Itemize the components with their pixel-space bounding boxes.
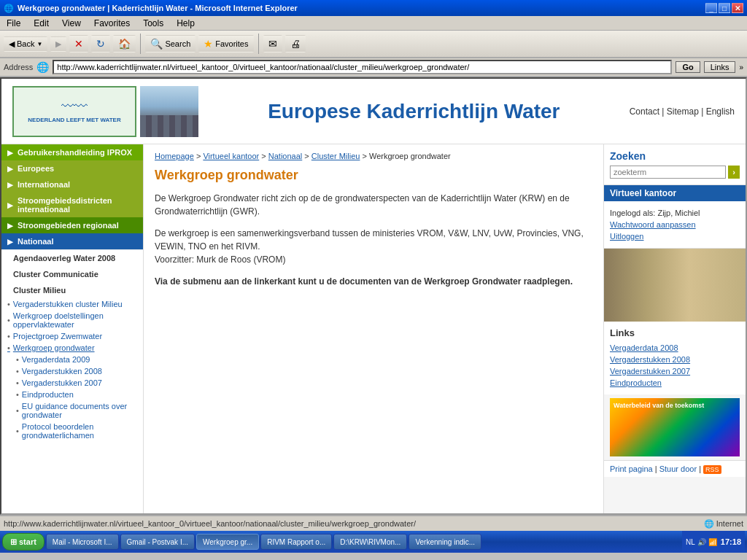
main-content: Homepage > Virtueel kantoor > Nationaal … (144, 144, 603, 513)
sitemap-link[interactable]: Sitemap (667, 106, 699, 117)
menu-edit[interactable]: Edit (31, 18, 52, 29)
link-vergaderstukken-2008-sub[interactable]: Vergaderstukken 2008 (16, 365, 137, 377)
sub-items-section: Agendaoverleg Water 2008 Cluster Communi… (1, 250, 143, 445)
arrow-icon-2: ▶ (7, 165, 13, 173)
link-werkgroep-doelstellingen[interactable]: Werkgroep doelstellingen oppervlaktewate… (7, 310, 137, 330)
link-vergaderstukken-cluster[interactable]: Vergaderstukken cluster Milieu (7, 298, 137, 310)
link-eindproducten-right[interactable]: Eindproducten (610, 377, 740, 389)
link-vergaderstukken-2008-right[interactable]: Vergaderstukken 2008 (610, 354, 740, 365)
stuur-door-link[interactable]: Stuur door (659, 464, 697, 473)
arrow-icon-5: ▶ (7, 222, 13, 230)
search-button[interactable]: 🔍 Search (145, 35, 196, 52)
address-icon: 🌐 (36, 61, 49, 73)
separator-2 (258, 34, 259, 54)
minimize-button[interactable]: _ (705, 3, 717, 13)
start-button[interactable]: ⊞ start (2, 533, 44, 551)
colorful-banner: Waterbeleid van de toekomst (610, 398, 740, 456)
arrow-icon: ▶ (7, 149, 13, 157)
nav-stroomgebieden[interactable]: ▶ Stroomgebieden regionaal (1, 217, 143, 233)
task-werkgroep[interactable]: Werkgroep gr... (196, 534, 259, 550)
header-image (140, 86, 198, 137)
taskbar-right: NL 🔊 📶 17:18 (682, 531, 745, 553)
links-arrow-icon: » (739, 63, 743, 71)
clock: 17:18 (721, 537, 741, 546)
cluster-comm-title[interactable]: Cluster Communicatie (7, 266, 137, 282)
go-button[interactable]: Go (676, 61, 700, 73)
breadcrumb-virtueel[interactable]: Virtueel kantoor (203, 152, 259, 160)
favorites-button[interactable]: ★ Favorites (198, 35, 253, 52)
logout-link[interactable]: Uitloggen (610, 230, 740, 242)
print-pagina-link[interactable]: Print pagina (610, 464, 653, 473)
print-button[interactable]: 🖨 (285, 35, 306, 52)
header-links: Contact | Sitemap | English (630, 106, 735, 117)
windows-icon: ⊞ (10, 537, 17, 547)
arrow-icon-3: ▶ (7, 181, 13, 189)
link-werkgroep-grondwater-active[interactable]: Werkgroep grondwater (7, 342, 137, 354)
forward-icon: ▶ (55, 39, 61, 49)
english-link[interactable]: English (706, 106, 735, 117)
taskbar: ⊞ start Mail - Microsoft I... Gmail - Po… (0, 531, 747, 553)
nav-internationaal[interactable]: ▶ Internationaal (1, 176, 143, 192)
links-button[interactable]: Links (704, 61, 736, 73)
sidebar-photo (604, 249, 746, 322)
toolbar: ◀ Back ▼ ▶ ✕ ↻ 🏠 🔍 Search ★ Favorites ✉ … (0, 31, 747, 58)
link-vergaderdata-2009[interactable]: Vergaderdata 2009 (16, 354, 137, 365)
taskbar-tasks: Mail - Microsoft I... Gmail - Postvak I.… (46, 534, 481, 550)
link-protocol[interactable]: Protocol beoordelen grondwaterlichamen (16, 421, 137, 441)
stop-button[interactable]: ✕ (69, 35, 88, 52)
link-eu-guidance[interactable]: EU guidance documents over grondwater (16, 400, 137, 421)
window-icon: 🌐 (4, 4, 14, 13)
nav-nationaal[interactable]: ▶ Nationaal (1, 233, 143, 249)
breadcrumb-nationaal[interactable]: Nationaal (268, 152, 302, 160)
menu-file[interactable]: File (4, 18, 23, 29)
link-vergaderdata-2008[interactable]: Vergaderdata 2008 (610, 342, 740, 354)
page-title: Werkgroep grondwater (155, 168, 592, 183)
content-paragraph-1: De Werkgroep Grondwater richt zich op de… (155, 192, 592, 218)
task-mail[interactable]: Mail - Microsoft I... (46, 534, 119, 550)
nav-stroomgebiedsdistricten[interactable]: ▶ Stroomgebiedsdistricten internationaal (1, 192, 143, 217)
task-rivm[interactable]: RIVM Rapport o... (260, 534, 332, 550)
lang-indicator: NL (686, 538, 695, 546)
change-password-link[interactable]: Wachtwoord aanpassen (610, 219, 740, 230)
back-button[interactable]: ◀ Back ▼ (4, 36, 47, 52)
refresh-button[interactable]: ↻ (91, 35, 110, 52)
speaker-icon[interactable]: 🔊 (697, 538, 706, 546)
rss-icon[interactable]: RSS (703, 465, 721, 474)
star-icon: ★ (204, 38, 213, 50)
menu-help[interactable]: Help (174, 18, 198, 29)
mail-button[interactable]: ✉ (263, 35, 282, 52)
task-gmail[interactable]: Gmail - Postvak I... (120, 534, 195, 550)
maximize-button[interactable]: □ (719, 3, 730, 13)
nav-europees[interactable]: ▶ Europees (1, 160, 143, 176)
menu-favorites[interactable]: Favorites (91, 18, 133, 29)
link-vergaderstukken-2007-right[interactable]: Vergaderstukken 2007 (610, 365, 740, 377)
task-krw[interactable]: D:\KRW\RIVMon... (333, 534, 407, 550)
breadcrumb-cluster[interactable]: Cluster Milieu (311, 152, 360, 160)
search-button-right[interactable]: › (728, 166, 740, 179)
address-input[interactable] (53, 60, 672, 74)
breadcrumb-home[interactable]: Homepage (155, 152, 194, 160)
menu-view[interactable]: View (59, 18, 84, 29)
forward-button[interactable]: ▶ (50, 36, 66, 52)
site-header: 〰〰 Nederland leeft met water Europese Ka… (1, 79, 746, 144)
link-vergaderstukken-2007-sub[interactable]: Vergaderstukken 2007 (16, 377, 137, 389)
nav-gebruikershandleiding[interactable]: ▶ Gebruikershandleiding IPROX (1, 144, 143, 160)
network-icon[interactable]: 📶 (708, 538, 717, 546)
contact-link[interactable]: Contact (630, 106, 659, 117)
breadcrumb-current: Werkgroep grondwater (369, 152, 451, 160)
refresh-icon: ↻ (96, 38, 105, 50)
task-verkenning[interactable]: Verkenning indic... (409, 534, 481, 550)
internet-zone: 🌐 Internet (704, 519, 743, 529)
mail-icon: ✉ (268, 38, 277, 50)
virtueel-title: Virtueel kantoor (604, 185, 746, 201)
search-input[interactable] (610, 166, 726, 179)
back-dropdown-icon[interactable]: ▼ (36, 41, 42, 47)
arrow-icon-6: ▶ (7, 238, 13, 246)
link-eindproducten-sub[interactable]: Eindproducten (16, 389, 137, 400)
agenda-title[interactable]: Agendaoverleg Water 2008 (7, 250, 137, 266)
home-button[interactable]: 🏠 (113, 35, 136, 52)
breadcrumb: Homepage > Virtueel kantoor > Nationaal … (155, 152, 592, 160)
menu-tools[interactable]: Tools (140, 18, 166, 29)
close-button[interactable]: ✕ (732, 3, 743, 13)
link-projectgroep-zwemwater[interactable]: Projectgroep Zwemwater (7, 330, 137, 342)
